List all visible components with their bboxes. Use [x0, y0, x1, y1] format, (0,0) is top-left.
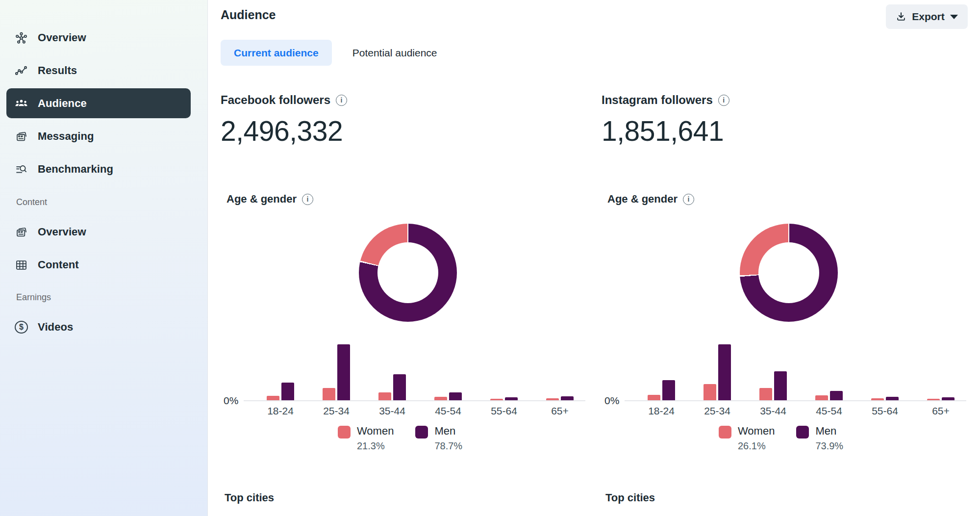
- age-axis-label: 35-44: [364, 405, 420, 417]
- bar-group-18-24: [648, 380, 675, 400]
- bar-women-45-54: [815, 395, 828, 400]
- bar-women-25-34: [704, 384, 716, 400]
- sidebar-item-results[interactable]: Results: [6, 58, 191, 83]
- sidebar-section-earnings: Earnings: [16, 292, 51, 303]
- instagram-followers-count: 1,851,641: [602, 115, 724, 147]
- gender-legend-facebook: Women 21.3% Men 78.7%: [338, 425, 462, 452]
- age-gender-title: Age & gender i: [226, 193, 313, 206]
- y-axis-zero-label: 0%: [604, 395, 619, 407]
- section-title-label: Age & gender: [607, 193, 678, 206]
- men-swatch-icon: [796, 426, 809, 439]
- legend-value: 21.3%: [357, 440, 394, 452]
- info-icon[interactable]: i: [683, 194, 694, 205]
- bar-men-25-34: [337, 344, 350, 400]
- bar-men-18-24: [281, 383, 294, 400]
- gender-donut-chart-instagram: [740, 224, 838, 322]
- bar-men-35-44: [774, 371, 787, 400]
- dollar-glyph: $: [19, 323, 24, 332]
- table-icon: [15, 258, 28, 272]
- age-axis-label: 45-54: [420, 405, 476, 417]
- legend-entry-men: Men 73.9%: [796, 425, 843, 452]
- bar-group-65+: [546, 396, 574, 400]
- facebook-followers-header: Facebook followers i: [221, 93, 347, 107]
- age-axis-label: 35-44: [745, 405, 801, 417]
- legend-entry-women: Women 21.3%: [338, 425, 394, 452]
- bar-women-35-44: [759, 388, 772, 400]
- bar-group-18-24: [267, 383, 294, 400]
- bar-men-35-44: [393, 374, 406, 400]
- bar-women-18-24: [648, 395, 660, 400]
- age-axis-label: 55-64: [476, 405, 532, 417]
- sidebar-item-content[interactable]: Content: [6, 252, 191, 278]
- women-swatch-icon: [338, 426, 351, 439]
- network-icon: [15, 31, 28, 45]
- bar-group-35-44: [759, 371, 787, 400]
- dollar-circle-icon: $: [15, 321, 28, 334]
- bar-men-55-64: [505, 397, 518, 400]
- info-icon[interactable]: i: [336, 95, 347, 106]
- trendline-icon: [15, 64, 28, 77]
- facebook-followers-count: 2,496,332: [221, 115, 343, 147]
- bar-group-55-64: [871, 397, 899, 400]
- sidebar-item-messaging[interactable]: Messaging: [6, 124, 191, 149]
- section-title-label: Age & gender: [226, 193, 297, 206]
- age-axis-label: 55-64: [857, 405, 913, 417]
- legend-value: 26.1%: [738, 440, 775, 452]
- posts-icon: [15, 130, 28, 143]
- sidebar-item-overview[interactable]: Overview: [6, 25, 191, 51]
- facebook-column: Facebook followers i 2,496,332 Age & gen…: [221, 0, 601, 516]
- bar-men-18-24: [662, 380, 675, 400]
- bar-group-65+: [927, 397, 955, 400]
- legend-value: 73.9%: [815, 440, 843, 452]
- sidebar-item-content-overview[interactable]: Overview: [6, 219, 191, 245]
- bar-group-35-44: [378, 374, 406, 400]
- bar-women-55-64: [490, 399, 503, 400]
- bar-women-45-54: [434, 397, 447, 400]
- gender-donut-chart-facebook: [359, 224, 457, 322]
- followers-label: Facebook followers: [221, 93, 330, 107]
- sidebar: Overview Results: [0, 0, 208, 516]
- followers-label: Instagram followers: [602, 93, 713, 107]
- legend-entry-women: Women 26.1%: [719, 425, 775, 452]
- audience-insights-page: Overview Results: [0, 0, 980, 516]
- bar-men-45-54: [830, 391, 843, 400]
- sidebar-item-label: Content: [38, 258, 79, 271]
- bar-group-45-54: [434, 392, 462, 400]
- legend-label: Women: [738, 425, 775, 438]
- info-icon[interactable]: i: [718, 95, 729, 106]
- age-bar-chart-instagram: 0% 18-2425-3435-4445-5455-6465+: [603, 336, 980, 419]
- age-axis-label: 18-24: [633, 405, 689, 417]
- sidebar-item-label: Overview: [38, 226, 86, 238]
- gender-legend-instagram: Women 26.1% Men 73.9%: [719, 425, 843, 452]
- legend-value: 78.7%: [434, 440, 462, 452]
- age-gender-title: Age & gender i: [607, 193, 694, 206]
- bar-women-55-64: [871, 398, 884, 400]
- y-axis-zero-label: 0%: [224, 395, 238, 407]
- sidebar-item-label: Results: [38, 64, 77, 77]
- sidebar-item-videos[interactable]: $ Videos: [6, 314, 191, 340]
- bar-women-18-24: [267, 396, 279, 400]
- legend-label: Women: [357, 425, 394, 438]
- age-axis-label: 45-54: [801, 405, 857, 417]
- age-axis-label: 65+: [913, 405, 969, 417]
- info-icon[interactable]: i: [302, 194, 313, 205]
- sidebar-item-label: Overview: [38, 31, 86, 44]
- bar-group-25-34: [323, 344, 350, 400]
- benchmark-search-icon: [15, 163, 28, 176]
- sidebar-item-audience[interactable]: Audience: [6, 88, 191, 118]
- age-axis-label: 65+: [532, 405, 588, 417]
- x-axis-line: [625, 400, 966, 401]
- sidebar-item-label: Videos: [38, 321, 73, 334]
- women-swatch-icon: [719, 426, 731, 439]
- legend-label: Men: [815, 425, 843, 438]
- sidebar-item-label: Audience: [38, 97, 87, 110]
- instagram-followers-header: Instagram followers i: [602, 93, 729, 107]
- sidebar-item-benchmarking[interactable]: Benchmarking: [6, 156, 191, 182]
- bar-group-45-54: [815, 391, 843, 400]
- top-cities-title: Top cities: [225, 491, 274, 504]
- legend-label: Men: [434, 425, 462, 438]
- bar-men-55-64: [886, 397, 899, 400]
- bar-men-65+: [942, 397, 955, 400]
- bar-women-35-44: [378, 392, 391, 400]
- age-axis-label: 25-34: [689, 405, 745, 417]
